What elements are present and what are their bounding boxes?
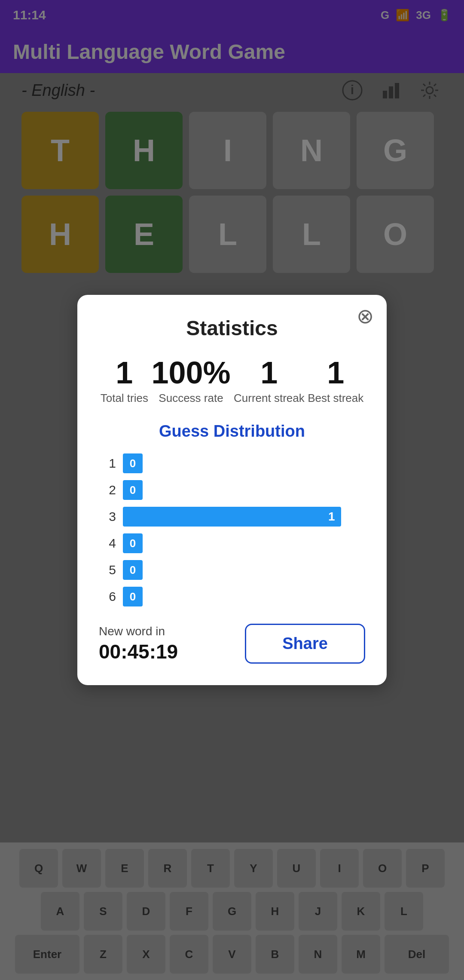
stat-total-tries-number: 1 (116, 357, 133, 388)
stat-success-rate-label: Success rate (159, 392, 223, 405)
share-button[interactable]: Share (245, 624, 365, 664)
dist-row-5: 5 0 (99, 560, 365, 580)
close-icon: ⊗ (357, 306, 374, 327)
stats-row: 1 Total tries 100% Success rate 1 Curren… (99, 357, 365, 405)
stat-best-streak: 1 Best streak (308, 357, 363, 405)
stat-success-rate: 100% Success rate (151, 357, 230, 405)
stat-current-streak-label: Current streak (234, 392, 305, 405)
dist-bar-3: 1 (123, 507, 341, 527)
countdown-timer: 00:45:19 (99, 640, 178, 663)
dist-row-6: 6 0 (99, 587, 365, 606)
dist-bar-container-2: 0 (123, 480, 365, 500)
dist-bar-6: 0 (123, 587, 143, 606)
modal-title: Statistics (99, 316, 365, 340)
stat-total-tries: 1 Total tries (101, 357, 148, 405)
dist-row-3: 3 1 (99, 507, 365, 527)
dist-bar-5: 0 (123, 560, 143, 580)
dist-num-3: 3 (99, 509, 116, 524)
dist-bar-4: 0 (123, 533, 143, 553)
dist-row-2: 2 0 (99, 480, 365, 500)
modal-overlay: ⊗ Statistics 1 Total tries 100% Success … (0, 0, 464, 980)
modal-close-button[interactable]: ⊗ (352, 303, 378, 329)
dist-bar-1: 0 (123, 453, 143, 473)
distribution-title: Guess Distribution (99, 422, 365, 441)
stat-best-streak-number: 1 (327, 357, 344, 388)
dist-bar-container-4: 0 (123, 533, 365, 553)
stat-current-streak: 1 Current streak (234, 357, 305, 405)
dist-bar-container-1: 0 (123, 453, 365, 473)
dist-num-4: 4 (99, 536, 116, 551)
distribution-rows: 1 0 2 0 3 1 4 (99, 453, 365, 606)
stat-total-tries-label: Total tries (101, 392, 148, 405)
statistics-modal: ⊗ Statistics 1 Total tries 100% Success … (77, 295, 387, 685)
dist-num-5: 5 (99, 563, 116, 577)
dist-num-2: 2 (99, 483, 116, 497)
stat-best-streak-label: Best streak (308, 392, 363, 405)
stat-success-rate-number: 100% (151, 357, 230, 388)
dist-row-1: 1 0 (99, 453, 365, 473)
dist-bar-container-6: 0 (123, 587, 365, 606)
dist-num-6: 6 (99, 589, 116, 604)
dist-bar-2: 0 (123, 480, 143, 500)
dist-bar-container-3: 1 (123, 507, 365, 527)
dist-row-4: 4 0 (99, 533, 365, 553)
new-word-label: New word in (99, 625, 178, 638)
dist-bar-container-5: 0 (123, 560, 365, 580)
modal-bottom: New word in 00:45:19 Share (99, 624, 365, 664)
dist-num-1: 1 (99, 456, 116, 471)
stat-current-streak-number: 1 (260, 357, 278, 388)
new-word-section: New word in 00:45:19 (99, 625, 178, 663)
